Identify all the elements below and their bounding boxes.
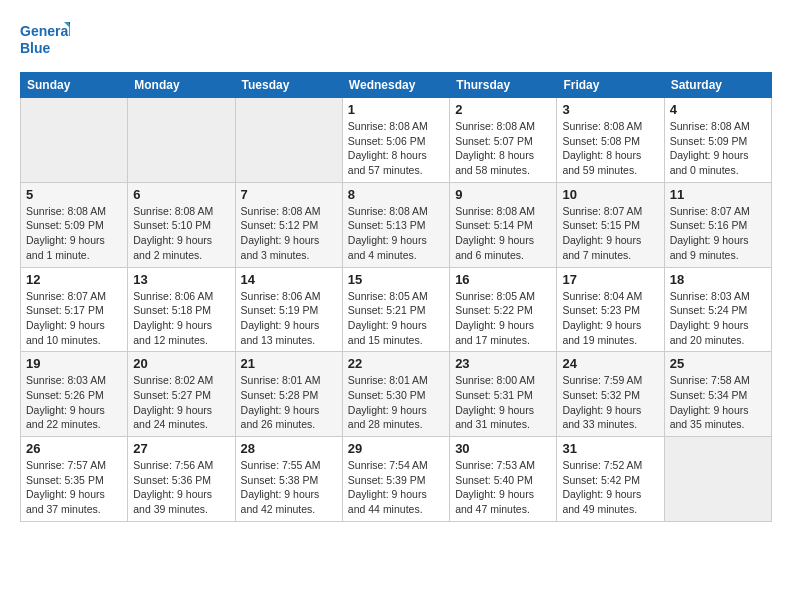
day-info: Sunrise: 8:00 AM Sunset: 5:31 PM Dayligh…	[455, 373, 551, 432]
calendar-cell: 5Sunrise: 8:08 AM Sunset: 5:09 PM Daylig…	[21, 182, 128, 267]
header-monday: Monday	[128, 73, 235, 98]
day-info: Sunrise: 8:03 AM Sunset: 5:26 PM Dayligh…	[26, 373, 122, 432]
header-tuesday: Tuesday	[235, 73, 342, 98]
calendar-cell	[664, 437, 771, 522]
calendar-cell: 22Sunrise: 8:01 AM Sunset: 5:30 PM Dayli…	[342, 352, 449, 437]
day-info: Sunrise: 7:58 AM Sunset: 5:34 PM Dayligh…	[670, 373, 766, 432]
day-info: Sunrise: 8:08 AM Sunset: 5:09 PM Dayligh…	[670, 119, 766, 178]
calendar-cell: 9Sunrise: 8:08 AM Sunset: 5:14 PM Daylig…	[450, 182, 557, 267]
week-row-4: 19Sunrise: 8:03 AM Sunset: 5:26 PM Dayli…	[21, 352, 772, 437]
header-wednesday: Wednesday	[342, 73, 449, 98]
day-number: 16	[455, 272, 551, 287]
day-number: 12	[26, 272, 122, 287]
day-info: Sunrise: 7:55 AM Sunset: 5:38 PM Dayligh…	[241, 458, 337, 517]
day-number: 27	[133, 441, 229, 456]
day-info: Sunrise: 8:01 AM Sunset: 5:28 PM Dayligh…	[241, 373, 337, 432]
calendar-cell: 20Sunrise: 8:02 AM Sunset: 5:27 PM Dayli…	[128, 352, 235, 437]
day-number: 17	[562, 272, 658, 287]
day-info: Sunrise: 8:08 AM Sunset: 5:08 PM Dayligh…	[562, 119, 658, 178]
day-number: 19	[26, 356, 122, 371]
day-info: Sunrise: 8:07 AM Sunset: 5:16 PM Dayligh…	[670, 204, 766, 263]
calendar-cell: 10Sunrise: 8:07 AM Sunset: 5:15 PM Dayli…	[557, 182, 664, 267]
week-row-3: 12Sunrise: 8:07 AM Sunset: 5:17 PM Dayli…	[21, 267, 772, 352]
day-number: 4	[670, 102, 766, 117]
header-friday: Friday	[557, 73, 664, 98]
day-number: 24	[562, 356, 658, 371]
logo: General Blue	[20, 20, 70, 62]
calendar-cell: 27Sunrise: 7:56 AM Sunset: 5:36 PM Dayli…	[128, 437, 235, 522]
header-thursday: Thursday	[450, 73, 557, 98]
day-number: 7	[241, 187, 337, 202]
day-info: Sunrise: 8:08 AM Sunset: 5:09 PM Dayligh…	[26, 204, 122, 263]
day-number: 29	[348, 441, 444, 456]
calendar-cell: 18Sunrise: 8:03 AM Sunset: 5:24 PM Dayli…	[664, 267, 771, 352]
day-number: 10	[562, 187, 658, 202]
calendar-table: SundayMondayTuesdayWednesdayThursdayFrid…	[20, 72, 772, 522]
day-number: 26	[26, 441, 122, 456]
day-number: 22	[348, 356, 444, 371]
day-info: Sunrise: 7:53 AM Sunset: 5:40 PM Dayligh…	[455, 458, 551, 517]
day-info: Sunrise: 8:08 AM Sunset: 5:12 PM Dayligh…	[241, 204, 337, 263]
day-info: Sunrise: 8:03 AM Sunset: 5:24 PM Dayligh…	[670, 289, 766, 348]
calendar-cell: 12Sunrise: 8:07 AM Sunset: 5:17 PM Dayli…	[21, 267, 128, 352]
calendar-cell: 14Sunrise: 8:06 AM Sunset: 5:19 PM Dayli…	[235, 267, 342, 352]
day-info: Sunrise: 8:04 AM Sunset: 5:23 PM Dayligh…	[562, 289, 658, 348]
day-info: Sunrise: 8:01 AM Sunset: 5:30 PM Dayligh…	[348, 373, 444, 432]
calendar-cell: 28Sunrise: 7:55 AM Sunset: 5:38 PM Dayli…	[235, 437, 342, 522]
day-number: 30	[455, 441, 551, 456]
calendar-cell: 29Sunrise: 7:54 AM Sunset: 5:39 PM Dayli…	[342, 437, 449, 522]
day-number: 15	[348, 272, 444, 287]
calendar-cell: 13Sunrise: 8:06 AM Sunset: 5:18 PM Dayli…	[128, 267, 235, 352]
day-info: Sunrise: 8:08 AM Sunset: 5:07 PM Dayligh…	[455, 119, 551, 178]
header-saturday: Saturday	[664, 73, 771, 98]
calendar-cell: 31Sunrise: 7:52 AM Sunset: 5:42 PM Dayli…	[557, 437, 664, 522]
day-info: Sunrise: 7:52 AM Sunset: 5:42 PM Dayligh…	[562, 458, 658, 517]
calendar-cell: 3Sunrise: 8:08 AM Sunset: 5:08 PM Daylig…	[557, 98, 664, 183]
calendar-cell: 30Sunrise: 7:53 AM Sunset: 5:40 PM Dayli…	[450, 437, 557, 522]
calendar-cell: 24Sunrise: 7:59 AM Sunset: 5:32 PM Dayli…	[557, 352, 664, 437]
calendar-cell: 19Sunrise: 8:03 AM Sunset: 5:26 PM Dayli…	[21, 352, 128, 437]
day-number: 18	[670, 272, 766, 287]
day-info: Sunrise: 8:07 AM Sunset: 5:15 PM Dayligh…	[562, 204, 658, 263]
day-number: 6	[133, 187, 229, 202]
day-number: 5	[26, 187, 122, 202]
day-number: 2	[455, 102, 551, 117]
svg-text:General: General	[20, 23, 70, 39]
day-number: 23	[455, 356, 551, 371]
calendar-cell: 17Sunrise: 8:04 AM Sunset: 5:23 PM Dayli…	[557, 267, 664, 352]
calendar-cell: 6Sunrise: 8:08 AM Sunset: 5:10 PM Daylig…	[128, 182, 235, 267]
calendar-cell: 21Sunrise: 8:01 AM Sunset: 5:28 PM Dayli…	[235, 352, 342, 437]
calendar-cell	[235, 98, 342, 183]
calendar-cell	[128, 98, 235, 183]
calendar-cell: 1Sunrise: 8:08 AM Sunset: 5:06 PM Daylig…	[342, 98, 449, 183]
logo-svg: General Blue	[20, 20, 70, 62]
day-info: Sunrise: 7:59 AM Sunset: 5:32 PM Dayligh…	[562, 373, 658, 432]
calendar-cell: 4Sunrise: 8:08 AM Sunset: 5:09 PM Daylig…	[664, 98, 771, 183]
day-number: 1	[348, 102, 444, 117]
day-number: 31	[562, 441, 658, 456]
day-info: Sunrise: 8:05 AM Sunset: 5:22 PM Dayligh…	[455, 289, 551, 348]
calendar-cell: 23Sunrise: 8:00 AM Sunset: 5:31 PM Dayli…	[450, 352, 557, 437]
calendar-cell: 7Sunrise: 8:08 AM Sunset: 5:12 PM Daylig…	[235, 182, 342, 267]
week-row-1: 1Sunrise: 8:08 AM Sunset: 5:06 PM Daylig…	[21, 98, 772, 183]
day-info: Sunrise: 7:57 AM Sunset: 5:35 PM Dayligh…	[26, 458, 122, 517]
day-info: Sunrise: 7:54 AM Sunset: 5:39 PM Dayligh…	[348, 458, 444, 517]
day-info: Sunrise: 8:06 AM Sunset: 5:18 PM Dayligh…	[133, 289, 229, 348]
day-info: Sunrise: 8:06 AM Sunset: 5:19 PM Dayligh…	[241, 289, 337, 348]
week-row-2: 5Sunrise: 8:08 AM Sunset: 5:09 PM Daylig…	[21, 182, 772, 267]
day-info: Sunrise: 8:08 AM Sunset: 5:10 PM Dayligh…	[133, 204, 229, 263]
calendar-cell: 8Sunrise: 8:08 AM Sunset: 5:13 PM Daylig…	[342, 182, 449, 267]
day-number: 14	[241, 272, 337, 287]
day-number: 21	[241, 356, 337, 371]
calendar-cell: 26Sunrise: 7:57 AM Sunset: 5:35 PM Dayli…	[21, 437, 128, 522]
day-number: 3	[562, 102, 658, 117]
day-info: Sunrise: 8:08 AM Sunset: 5:06 PM Dayligh…	[348, 119, 444, 178]
header-sunday: Sunday	[21, 73, 128, 98]
day-number: 20	[133, 356, 229, 371]
day-info: Sunrise: 8:08 AM Sunset: 5:13 PM Dayligh…	[348, 204, 444, 263]
week-row-5: 26Sunrise: 7:57 AM Sunset: 5:35 PM Dayli…	[21, 437, 772, 522]
svg-text:Blue: Blue	[20, 40, 51, 56]
calendar-cell: 15Sunrise: 8:05 AM Sunset: 5:21 PM Dayli…	[342, 267, 449, 352]
day-info: Sunrise: 8:07 AM Sunset: 5:17 PM Dayligh…	[26, 289, 122, 348]
day-number: 9	[455, 187, 551, 202]
